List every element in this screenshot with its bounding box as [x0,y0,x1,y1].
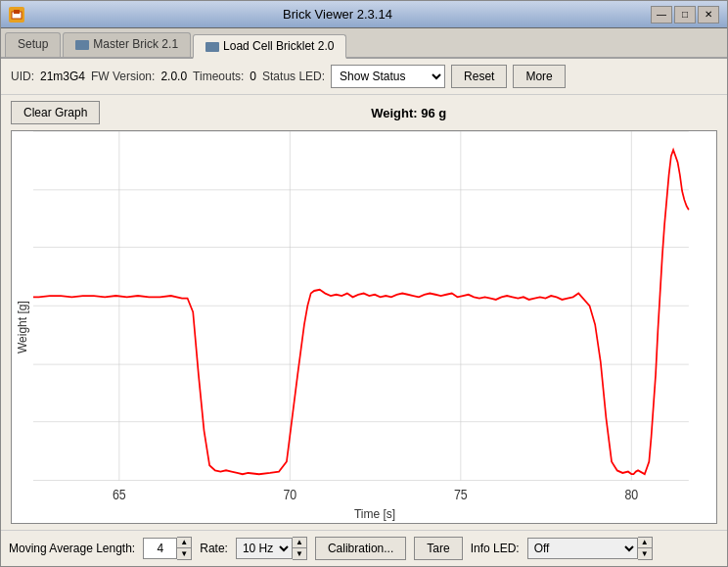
chart-svg-area: 0 20 40 60 80 100 120 65 70 75 80 [33,131,716,505]
rate-select-group: 10 Hz 80 Hz ▲ ▼ [236,537,307,560]
bottom-bar: Moving Average Length: ▲ ▼ Rate: 10 Hz 8… [1,530,727,566]
info-led-select-group: Off On Show Heartbeat ▲ ▼ [527,537,653,560]
content-area: Clear Graph Weight: 96 g Weight [g] [1,95,727,530]
brick-tab-icon [75,40,89,50]
close-button[interactable]: ✕ [698,6,719,24]
info-led-down[interactable]: ▼ [638,548,652,559]
rate-spinner: ▲ ▼ [293,537,307,560]
moving-avg-input-group: ▲ ▼ [143,537,192,560]
chart-container: Weight [g] [11,130,717,524]
tab-setup[interactable]: Setup [5,32,61,57]
rate-label: Rate: [200,542,228,555]
title-bar: Brick Viewer 2.3.14 — □ ✕ [1,1,727,28]
info-led-label: Info LED: [471,542,520,555]
svg-rect-1 [14,10,20,14]
y-axis-label: Weight [g] [12,131,33,523]
more-button[interactable]: More [513,65,565,88]
window-title: Brick Viewer 2.3.14 [24,7,651,22]
moving-avg-up[interactable]: ▲ [177,538,191,548]
info-led-select[interactable]: Off On Show Heartbeat [527,538,638,559]
uid-label: UID: [11,70,34,83]
rate-select[interactable]: 10 Hz 80 Hz [236,538,293,559]
tab-load-cell[interactable]: Load Cell Bricklet 2.0 [193,34,346,59]
top-controls: Clear Graph Weight: 96 g [11,101,717,124]
reset-button[interactable]: Reset [451,65,507,88]
status-led-label: Status LED: [262,70,325,83]
chart-svg: 0 20 40 60 80 100 120 65 70 75 80 [33,131,716,505]
rate-up[interactable]: ▲ [293,538,306,548]
window-controls: — □ ✕ [651,6,719,24]
clear-graph-button[interactable]: Clear Graph [11,101,100,124]
fw-value: 2.0.0 [160,70,187,83]
x-axis-label: Time [s] [33,505,716,523]
weight-display: Weight: 96 g [100,106,717,120]
svg-text:75: 75 [454,487,468,502]
svg-text:70: 70 [283,487,296,502]
uid-value: 21m3G4 [40,70,85,83]
info-led-spinner: ▲ ▼ [638,537,653,560]
info-led-up[interactable]: ▲ [638,538,652,548]
moving-avg-down[interactable]: ▼ [177,548,191,559]
app-icon [9,7,24,23]
moving-avg-label: Moving Average Length: [9,542,135,555]
moving-avg-input[interactable] [143,538,177,559]
svg-text:80: 80 [624,487,638,502]
maximize-button[interactable]: □ [674,6,696,24]
info-bar: UID: 21m3G4 FW Version: 2.0.0 Timeouts: … [1,59,727,95]
svg-text:65: 65 [113,487,126,502]
timeouts-label: Timeouts: [193,70,244,83]
calibration-button[interactable]: Calibration... [315,537,406,560]
status-led-select[interactable]: Show Status Show Heartbeat Off On [331,65,445,88]
tab-bar: Setup Master Brick 2.1 Load Cell Brickle… [1,28,727,59]
chart-inner: 0 20 40 60 80 100 120 65 70 75 80 [33,131,716,523]
tare-button[interactable]: Tare [414,537,462,560]
minimize-button[interactable]: — [651,6,672,24]
main-window: Brick Viewer 2.3.14 — □ ✕ Setup Master B… [0,0,728,567]
bricklet-tab-icon [205,42,219,52]
fw-label: FW Version: [91,70,155,83]
tab-master-brick[interactable]: Master Brick 2.1 [63,32,191,57]
timeouts-value: 0 [250,70,256,83]
rate-down[interactable]: ▼ [293,548,306,559]
moving-avg-spinner: ▲ ▼ [177,537,192,560]
